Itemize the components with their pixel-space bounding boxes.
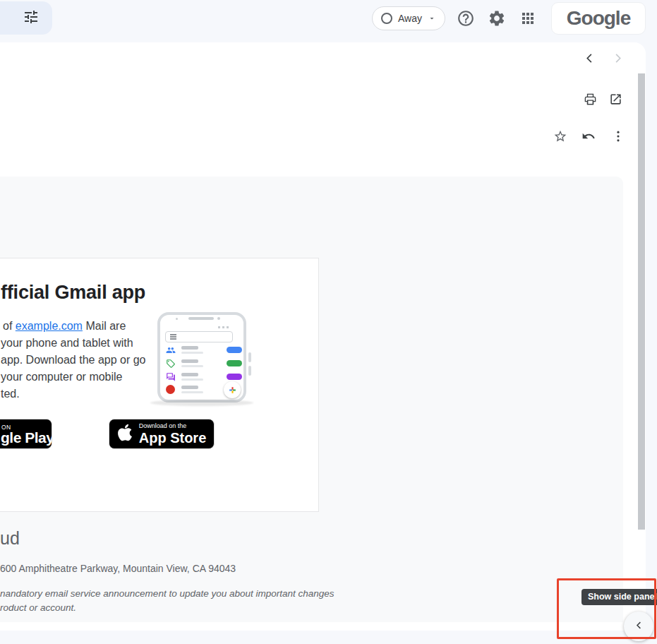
paragraph-line: app. Download the app or go [1, 352, 163, 369]
google-play-badge[interactable]: ON gle Play [0, 419, 52, 449]
apps-grid-icon [519, 18, 536, 29]
gmail-window: Away Google [0, 0, 657, 644]
apps-launcher-button[interactable] [519, 10, 536, 27]
gear-icon [488, 19, 506, 30]
play-badge-large-text: gle Play [1, 429, 52, 446]
paragraph-line: ted. [1, 386, 163, 402]
apple-icon [117, 423, 133, 445]
chevron-down-icon [428, 14, 436, 23]
print-icon [584, 97, 597, 108]
phone-side-button [248, 352, 251, 362]
promo-heading: fficial Gmail app [1, 281, 145, 304]
phone-list-row [164, 358, 241, 369]
phone-list-row [164, 345, 241, 356]
chevron-left-icon [634, 620, 644, 633]
more-options-button[interactable] [611, 129, 625, 143]
status-bar-icon [218, 326, 220, 328]
show-side-panel-tooltip: Show side panel [581, 589, 657, 605]
more-vert-icon [611, 135, 625, 145]
label-icon [166, 359, 176, 369]
footer-note-line: nandatory email service announcement to … [0, 588, 334, 599]
paragraph-line: of example.com Mail are [1, 318, 163, 335]
appstore-badge-small-text: Download on the [139, 423, 207, 429]
appstore-badge-large-text: App Store [139, 431, 207, 445]
camera-dot [176, 318, 178, 320]
example-com-link[interactable]: example.com [16, 320, 83, 332]
compose-plus-icon [228, 386, 237, 395]
open-in-new-icon [609, 97, 622, 108]
footer-brand: ud [0, 528, 20, 549]
contacts-icon [166, 345, 176, 355]
newer-message-button[interactable] [583, 52, 596, 65]
status-label: Away [398, 13, 422, 24]
paragraph-line: your phone and tablet with [1, 335, 163, 352]
speaker-bar [188, 317, 214, 320]
phone-shadow [150, 400, 253, 406]
phone-list-row [164, 384, 241, 395]
phone-illustration [157, 312, 246, 402]
chevron-left-icon [583, 56, 596, 67]
print-button[interactable] [584, 93, 597, 106]
reply-button[interactable] [581, 129, 596, 143]
promo-paragraph: of example.com Mail are your phone and t… [1, 318, 163, 402]
scrollbar-thumb[interactable] [638, 73, 645, 530]
away-status-icon [381, 13, 392, 24]
tune-icon [23, 8, 40, 28]
search-options-button[interactable] [0, 1, 52, 35]
status-bar-icon [222, 326, 224, 328]
settings-button[interactable] [488, 9, 506, 28]
green-pill [227, 360, 242, 366]
compose-fab [224, 381, 241, 398]
show-side-panel-button[interactable] [624, 612, 653, 641]
google-wordmark: Google [567, 7, 630, 30]
gmail-app-promo-card: fficial Gmail app of example.com Mail ar… [0, 258, 319, 512]
chevron-right-icon [611, 56, 625, 67]
camera-dot [217, 317, 220, 320]
purple-pill [227, 374, 242, 380]
status-selector[interactable]: Away [372, 6, 445, 30]
message-panel: fficial Gmail app of example.com Mail ar… [0, 42, 646, 631]
blue-pill [227, 347, 242, 353]
older-message-button[interactable] [611, 52, 625, 65]
chat-icon [166, 372, 176, 382]
unread-dot [166, 385, 175, 394]
footer-address: 600 Amphitheatre Parkway, Mountain View,… [0, 563, 236, 574]
help-button[interactable] [457, 9, 475, 28]
google-logo[interactable]: Google [551, 2, 646, 35]
email-content: fficial Gmail app of example.com Mail ar… [0, 177, 623, 622]
star-icon [553, 135, 567, 145]
footer-note-line: roduct or account. [0, 602, 76, 613]
app-store-badge[interactable]: Download on the App Store [109, 419, 215, 449]
phone-search-bar [165, 331, 233, 342]
reply-icon [581, 135, 596, 145]
open-in-new-window-button[interactable] [609, 93, 622, 106]
paragraph-line: your computer or mobile [1, 369, 163, 386]
star-button[interactable] [553, 129, 567, 143]
status-bar-icon [227, 326, 229, 328]
help-icon [457, 19, 475, 30]
phone-side-button [248, 366, 251, 376]
